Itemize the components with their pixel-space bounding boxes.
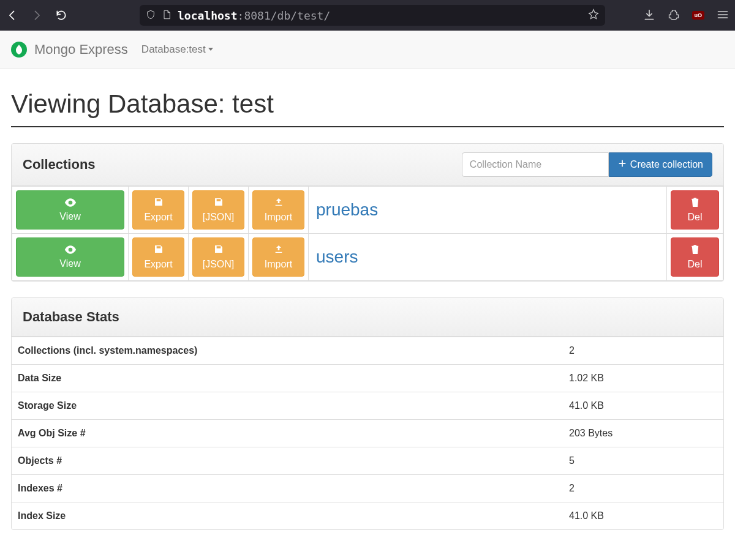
upload-icon [274,197,284,209]
delete-button[interactable]: Del [671,190,719,230]
brand-text: Mongo Express [34,42,128,58]
collections-heading: Collections [23,157,96,173]
import-button[interactable]: Import [252,237,304,277]
database-dropdown[interactable]: Database: test [141,43,213,56]
view-button[interactable]: View [16,237,124,277]
stat-label: Objects # [12,447,563,475]
save-icon [214,197,224,209]
mongo-leaf-icon [11,42,27,58]
page-title: Viewing Database: test [11,89,724,127]
trash-icon [691,197,699,209]
browser-toolbar: localhost:8081/db/test/ uO [0,0,735,31]
save-icon [154,244,164,256]
collection-name-input[interactable] [462,152,609,177]
table-row: Avg Obj Size #203 Bytes [12,420,723,447]
stat-label: Index Size [12,502,563,530]
export-json-button[interactable]: [JSON] [192,237,244,277]
stats-heading: Database Stats [23,309,119,325]
stats-panel: Database Stats Collections (incl. system… [11,297,724,530]
bookmark-star-icon[interactable] [588,9,599,22]
url-bar[interactable]: localhost:8081/db/test/ [140,5,605,26]
stat-label: Avg Obj Size # [12,420,563,447]
app-navbar: Mongo Express Database: test [0,31,735,69]
save-icon [154,197,164,209]
table-row: Index Size41.0 KB [12,502,723,530]
extensions-icon[interactable] [668,9,680,23]
stat-value: 2 [563,475,723,502]
export-button[interactable]: Export [132,190,184,230]
stat-label: Storage Size [12,392,563,420]
ublock-icon[interactable]: uO [692,11,705,20]
delete-button[interactable]: Del [671,237,719,277]
table-row: Collections (incl. system.namespaces)2 [12,337,723,365]
caret-down-icon [208,48,213,51]
brand-link[interactable]: Mongo Express [11,42,128,58]
page-icon [162,9,172,22]
table-row: Data Size1.02 KB [12,365,723,392]
url-host: localhost [178,9,238,22]
stat-label: Collections (incl. system.namespaces) [12,337,563,365]
stat-value: 41.0 KB [563,502,723,530]
trash-icon [691,244,699,256]
url-path: :8081/db/test/ [238,9,331,22]
export-json-button[interactable]: [JSON] [192,190,244,230]
collection-link[interactable]: users [312,247,358,266]
table-row: ViewExport[JSON]ImportpruebasDel [12,187,723,234]
save-icon [214,244,224,256]
plus-icon [618,159,627,170]
back-icon[interactable] [6,9,18,21]
shield-icon [146,9,156,22]
upload-icon [274,244,284,256]
forward-icon[interactable] [31,9,43,21]
stat-label: Data Size [12,365,563,392]
table-row: ViewExport[JSON]ImportusersDel [12,234,723,281]
collections-panel: Collections Create collection ViewExport… [11,143,724,282]
reload-icon[interactable] [55,9,67,21]
export-button[interactable]: Export [132,237,184,277]
stat-value: 41.0 KB [563,392,723,420]
stat-value: 2 [563,337,723,365]
create-collection-button[interactable]: Create collection [609,152,712,177]
eye-icon [64,245,77,256]
table-row: Objects #5 [12,447,723,475]
stat-label: Indexes # [12,475,563,502]
table-row: Indexes #2 [12,475,723,502]
menu-icon[interactable] [717,9,729,23]
stat-value: 5 [563,447,723,475]
import-button[interactable]: Import [252,190,304,230]
view-button[interactable]: View [16,190,124,230]
eye-icon [64,198,77,209]
collection-link[interactable]: pruebas [312,200,378,219]
stat-value: 203 Bytes [563,420,723,447]
table-row: Storage Size41.0 KB [12,392,723,420]
stat-value: 1.02 KB [563,365,723,392]
downloads-icon[interactable] [643,9,655,23]
